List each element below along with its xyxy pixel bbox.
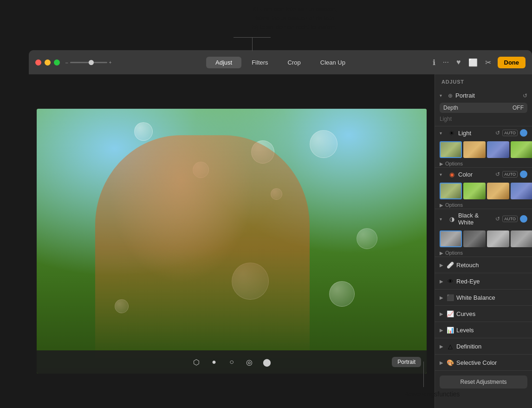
portrait-header: ▾ ⊕ Portrait ↺ — [440, 90, 527, 101]
bw-thumb-2[interactable] — [463, 230, 486, 247]
portrait-light-sub: Light — [440, 115, 527, 123]
annotation-vertical-line — [423, 362, 424, 387]
retouch-chevron: ▶ — [440, 263, 446, 268]
levels-section[interactable]: ▶ 📊 Levels — [435, 322, 532, 338]
tooltip-line1: Klik om een foto aan te passen, — [253, 6, 337, 13]
photo-container: ⬡ ● ○ ◎ ⬤ Portrait — [37, 109, 427, 374]
definition-section[interactable]: ▶ △ Definition — [435, 338, 532, 355]
bubble-7 — [329, 281, 355, 307]
light-undo-icon[interactable]: ↺ — [495, 130, 500, 136]
portrait-reset-icon[interactable]: ↺ — [523, 92, 527, 99]
definition-icon: △ — [446, 342, 454, 350]
bw-options-label: Options — [445, 250, 463, 256]
bw-actions: ↺ AUTO — [495, 215, 527, 223]
circle-tool-3[interactable]: ◎ — [244, 357, 254, 367]
main-window: – + Adjust Filters Crop Clean Up ℹ ··· ♥… — [29, 50, 532, 408]
tab-crop[interactable]: Crop — [279, 57, 310, 68]
red-eye-section[interactable]: ▶ 👁 Red-Eye — [435, 273, 532, 290]
bw-thumb-1[interactable] — [440, 230, 462, 247]
color-thumb-3[interactable] — [487, 183, 509, 199]
bw-label: Black & White — [458, 212, 493, 226]
brightness-slider[interactable]: – + — [65, 60, 111, 65]
selective-color-section[interactable]: ▶ 🎨 Selective Color — [435, 355, 532, 371]
tab-adjust[interactable]: Adjust — [206, 57, 241, 68]
info-button[interactable]: ℹ — [432, 57, 436, 68]
color-auto-badge[interactable]: AUTO — [502, 171, 518, 178]
color-row[interactable]: ▾ ◉ Color ↺ AUTO — [435, 168, 532, 181]
white-balance-section[interactable]: ▶ ⬛ White Balance — [435, 290, 532, 306]
bubble-6 — [357, 228, 377, 249]
definition-chevron: ▶ — [440, 344, 446, 349]
tooltip-area: Klik om een foto aan te passen, filters … — [0, 0, 532, 51]
light-thumb-3[interactable] — [487, 141, 509, 158]
brightness-min-icon: – — [65, 60, 68, 65]
titlebar: – + Adjust Filters Crop Clean Up ℹ ··· ♥… — [29, 50, 532, 74]
bw-auto-badge[interactable]: AUTO — [502, 216, 518, 222]
circle-tool-2[interactable]: ○ — [227, 357, 237, 367]
done-button[interactable]: Done — [498, 57, 526, 68]
color-section: ▾ ◉ Color ↺ AUTO ▶ Op — [435, 168, 532, 209]
color-toggle[interactable] — [520, 171, 527, 178]
bottom-annotation: Bewerkingsfuncties — [404, 390, 460, 398]
tooltip-text: Klik om een foto aan te passen, filters … — [252, 5, 337, 32]
curves-section[interactable]: ▶ 📈 Curves — [435, 306, 532, 322]
tab-filters[interactable]: Filters — [242, 57, 277, 68]
bw-icon: ◑ — [448, 215, 455, 223]
depth-row[interactable]: Depth OFF — [440, 103, 527, 113]
light-thumb-1[interactable] — [440, 141, 462, 158]
color-thumb-2[interactable] — [463, 183, 486, 199]
bw-options[interactable]: ▶ Options — [435, 249, 532, 257]
light-preview-strip — [435, 139, 532, 160]
crop-rotate-button[interactable]: ✂ — [484, 57, 492, 68]
depth-label: Depth — [443, 105, 513, 111]
more-button[interactable]: ··· — [442, 57, 450, 67]
color-options-label: Options — [445, 202, 463, 208]
circle-tool-4[interactable]: ⬤ — [262, 357, 272, 367]
brightness-max-icon: + — [109, 60, 112, 65]
color-thumb-1[interactable] — [440, 183, 462, 199]
portrait-section: ▾ ⊕ Portrait ↺ Depth OFF Light — [435, 87, 532, 126]
bw-row[interactable]: ▾ ◑ Black & White ↺ AUTO — [435, 209, 532, 229]
bw-thumb-3[interactable] — [487, 230, 509, 247]
hexagon-icon[interactable]: ⬡ — [191, 357, 201, 367]
bw-undo-icon[interactable]: ↺ — [495, 216, 500, 222]
light-thumb-4[interactable] — [511, 141, 532, 158]
close-button[interactable] — [35, 59, 41, 66]
circle-tool-1[interactable]: ● — [209, 357, 219, 367]
bw-thumb-4[interactable] — [511, 230, 532, 247]
color-undo-icon[interactable]: ↺ — [495, 171, 500, 178]
light-options[interactable]: ▶ Options — [435, 160, 532, 167]
portrait-label: Portrait — [455, 92, 520, 99]
tooltip-line — [252, 37, 253, 51]
curves-label: Curves — [456, 310, 475, 317]
titlebar-right: ℹ ··· ♥ ⬜ ✂ Done — [432, 57, 526, 68]
light-thumb-2[interactable] — [463, 141, 486, 158]
light-row[interactable]: ▾ ☀ Light ↺ AUTO — [435, 126, 532, 139]
color-options[interactable]: ▶ Options — [435, 201, 532, 209]
bw-toggle[interactable] — [520, 215, 527, 223]
retouch-icon: 🩹 — [446, 261, 454, 269]
bw-chevron: ▾ — [440, 217, 445, 222]
bubble-4 — [134, 122, 153, 141]
tooltip-line2: filters toe te passen of de foto — [255, 15, 335, 22]
light-options-chevron: ▶ — [440, 161, 443, 166]
retouch-label: Retouch — [456, 262, 479, 269]
color-icon: ◉ — [448, 171, 455, 178]
color-thumb-4[interactable] — [511, 183, 532, 199]
maximize-button[interactable] — [54, 59, 60, 66]
share-button[interactable]: ⬜ — [467, 57, 479, 68]
minimize-button[interactable] — [45, 59, 51, 66]
favorite-button[interactable]: ♥ — [455, 57, 462, 67]
retouch-section[interactable]: ▶ 🩹 Retouch — [435, 257, 532, 273]
portrait-chevron: ▾ — [440, 93, 445, 98]
portrait-button[interactable]: Portrait — [392, 357, 421, 367]
bw-section: ▾ ◑ Black & White ↺ AUTO ▶ — [435, 209, 532, 257]
reset-adjustments-button[interactable]: Reset Adjustments — [440, 375, 527, 388]
tab-cleanup[interactable]: Clean Up — [311, 57, 355, 68]
bw-options-chevron: ▶ — [440, 250, 443, 256]
light-toggle[interactable] — [520, 129, 527, 137]
depth-value: OFF — [513, 105, 524, 111]
light-auto-badge[interactable]: AUTO — [502, 130, 518, 136]
levels-icon: 📊 — [446, 326, 454, 334]
portrait-icon: ⊕ — [448, 92, 453, 99]
